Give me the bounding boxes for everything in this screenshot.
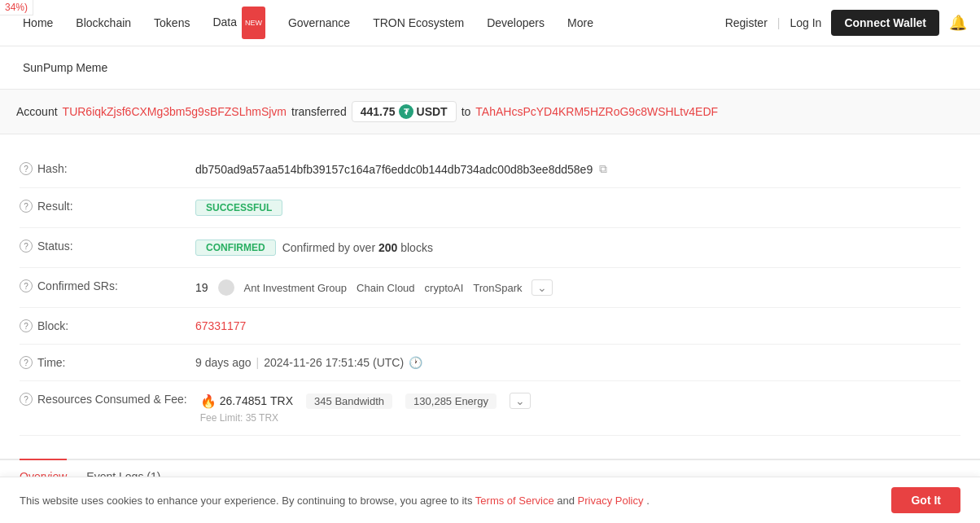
sr-name-1[interactable]: Ant Investment Group: [244, 282, 347, 294]
nav-item-blockchain[interactable]: Blockchain: [66, 1, 141, 45]
result-label: Result:: [37, 200, 73, 213]
from-address[interactable]: TUR6iqkZjsf6CXMg3bm5g9sBFZSLhmSjvm: [63, 105, 287, 118]
result-value-cell: SUCCESSFUL: [195, 200, 282, 216]
nav-item-more[interactable]: More: [558, 1, 603, 45]
time-help-icon[interactable]: ?: [20, 356, 33, 369]
block-help-icon[interactable]: ?: [20, 319, 33, 332]
resources-main: 🔥 26.74851 TRX 345 Bandwidth 130,285 Ene…: [200, 393, 531, 409]
status-value-cell: CONFIRMED Confirmed by over 200 blocks: [195, 240, 433, 256]
hash-value: db750ad9a57aa514bfb39157c164a7f6eddc0b14…: [195, 163, 593, 176]
nav-item-sunpump[interactable]: SunPump Meme: [13, 46, 117, 89]
confirmed-srs-value-cell: 19 Ant Investment Group Chain Cloud cryp…: [195, 279, 553, 296]
connect-wallet-button[interactable]: Connect Wallet: [831, 10, 939, 36]
result-help-icon[interactable]: ?: [20, 200, 33, 213]
nav-left: Home Blockchain Tokens Data NEW Governan…: [13, 0, 725, 46]
transfer-action: transferred: [291, 105, 347, 118]
copy-hash-icon[interactable]: ⧉: [599, 162, 607, 176]
time-display: 9 days ago | 2024-11-26 17:51:45 (UTC) 🕐: [195, 356, 422, 369]
fire-icon: 🔥: [200, 393, 217, 409]
confirmed-srs-label-cell: ? Confirmed SRs:: [20, 279, 182, 292]
status-help-icon[interactable]: ?: [20, 240, 33, 253]
resources-col: 🔥 26.74851 TRX 345 Bandwidth 130,285 Ene…: [200, 393, 531, 424]
sr-name-4[interactable]: TronSpark: [473, 282, 522, 294]
confirmed-srs-help-icon[interactable]: ?: [20, 279, 33, 292]
energy-box: 130,285 Energy: [405, 393, 497, 409]
sr-name-3[interactable]: cryptoAI: [425, 282, 464, 294]
nav-item-tokens[interactable]: Tokens: [144, 1, 199, 45]
energy-value: 130,285: [413, 395, 452, 407]
usdt-icon: ₮: [399, 104, 413, 119]
percent-badge: 34%): [0, 0, 33, 15]
resources-help-icon[interactable]: ?: [20, 393, 33, 406]
status-row: ? Status: CONFIRMED Confirmed by over 20…: [20, 228, 960, 268]
bandwidth-value: 345: [314, 395, 332, 407]
sr-row: 19 Ant Investment Group Chain Cloud cryp…: [195, 279, 553, 296]
fee-token: TRX: [270, 394, 293, 407]
time-label: Time:: [37, 356, 65, 369]
result-badge: SUCCESSFUL: [195, 200, 282, 216]
transfer-amount: 441.75: [361, 105, 396, 118]
time-absolute: 2024-11-26 17:51:45 (UTC): [264, 356, 404, 369]
sr-count: 19: [195, 281, 208, 294]
resources-label-cell: ? Resources Consumed & Fee:: [20, 393, 187, 406]
time-separator: |: [256, 356, 260, 369]
confirmed-srs-label: Confirmed SRs:: [37, 279, 118, 292]
nav-divider: |: [777, 16, 781, 29]
nav-item-developers[interactable]: Developers: [477, 1, 554, 45]
bandwidth-box: 345 Bandwidth: [306, 393, 392, 409]
result-row: ? Result: SUCCESSFUL: [20, 188, 960, 228]
hash-label: Hash:: [37, 162, 68, 175]
block-value-cell: 67331177: [195, 319, 246, 332]
sr-avatar-icon: [218, 279, 234, 296]
sr-name-2[interactable]: Chain Cloud: [357, 282, 415, 294]
confirmed-text: Confirmed by over 200 blocks: [282, 241, 433, 254]
nav-item-data[interactable]: Data NEW: [203, 0, 274, 46]
confirmed-srs-row: ? Confirmed SRs: 19 Ant Investment Group…: [20, 268, 960, 308]
nav-item-tron-ecosystem[interactable]: TRON Ecosystem: [363, 1, 474, 45]
hash-value-cell: db750ad9a57aa514bfb39157c164a7f6eddc0b14…: [195, 162, 607, 176]
resources-value-cell: 🔥 26.74851 TRX 345 Bandwidth 130,285 Ene…: [200, 393, 531, 424]
transfer-token: USDT: [417, 105, 448, 118]
trx-fee: 🔥 26.74851 TRX: [200, 393, 293, 409]
time-row: ? Time: 9 days ago | 2024-11-26 17:51:45…: [20, 345, 960, 381]
transfer-amount-box: 441.75 ₮ USDT: [352, 101, 457, 122]
resources-label: Resources Consumed & Fee:: [37, 393, 187, 406]
hash-row: ? Hash: db750ad9a57aa514bfb39157c164a7f6…: [20, 151, 960, 188]
clock-icon[interactable]: 🕐: [409, 356, 422, 369]
notification-bell-icon[interactable]: 🔔: [949, 14, 967, 32]
block-number[interactable]: 67331177: [195, 319, 246, 332]
hash-label-cell: ? Hash:: [20, 162, 182, 175]
nav-item-governance[interactable]: Governance: [278, 1, 360, 45]
time-relative: 9 days ago: [195, 356, 252, 369]
status-badge: CONFIRMED: [195, 240, 276, 256]
resources-expand-icon[interactable]: ⌄: [510, 393, 531, 409]
resources-row: ? Resources Consumed & Fee: 🔥 26.74851 T…: [20, 381, 960, 436]
cookie-banner: This website uses cookies to enhance you…: [0, 477, 980, 493]
time-value-cell: 9 days ago | 2024-11-26 17:51:45 (UTC) 🕐: [195, 356, 422, 369]
sr-expand-icon[interactable]: ⌄: [532, 279, 553, 296]
block-row: ? Block: 67331177: [20, 308, 960, 345]
transfer-to-label: to: [462, 105, 471, 118]
fee-value: 26.74851: [220, 394, 267, 407]
nav-row2: SunPump Meme: [0, 46, 980, 90]
new-badge: NEW: [242, 7, 265, 39]
hash-help-icon[interactable]: ?: [20, 162, 33, 175]
to-address[interactable]: TAhAHcsPcYD4KRM5HZRoG9c8WSHLtv4EDF: [475, 105, 718, 118]
transfer-prefix: Account: [16, 105, 58, 118]
result-label-cell: ? Result:: [20, 200, 182, 213]
main-content: ? Hash: db750ad9a57aa514bfb39157c164a7f6…: [0, 134, 980, 452]
transfer-banner: Account TUR6iqkZjsf6CXMg3bm5g9sBFZSLhmSj…: [0, 90, 980, 134]
time-label-cell: ? Time:: [20, 356, 182, 369]
register-button[interactable]: Register: [725, 16, 768, 29]
block-label-cell: ? Block:: [20, 319, 182, 332]
status-label: Status:: [37, 240, 73, 253]
login-button[interactable]: Log In: [790, 16, 821, 29]
block-label: Block:: [37, 319, 68, 332]
got-it-button[interactable]: Got It: [891, 487, 960, 493]
nav-right: Register | Log In Connect Wallet 🔔: [725, 10, 967, 36]
status-label-cell: ? Status:: [20, 240, 182, 253]
fee-limit: Fee Limit: 35 TRX: [200, 412, 531, 424]
